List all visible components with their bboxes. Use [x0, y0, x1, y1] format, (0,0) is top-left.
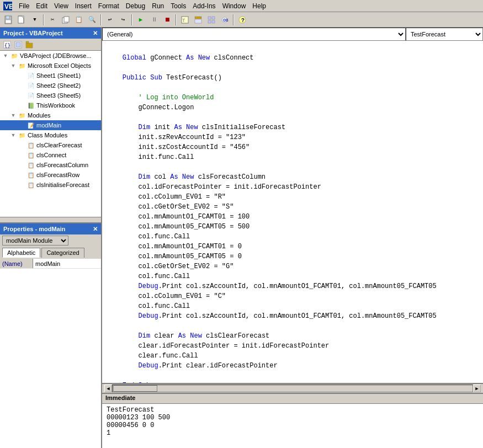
toolbar-dropdown1[interactable]: ▼ — [29, 14, 41, 26]
tree-item-cls-clear[interactable]: 📋 clsClearForecast — [0, 140, 101, 150]
tree-label-wb: ThisWorkbook — [36, 102, 75, 109]
properties-close-btn[interactable]: ✕ — [93, 226, 98, 233]
tree-item-cls-init-forecast[interactable]: 📋 clsInitialiseForecast — [0, 180, 101, 190]
immediate-line: 00000456 0 0 — [107, 422, 479, 429]
tree-label-sheet2: Sheet2 (Sheet2) — [36, 82, 81, 89]
toolbar-break[interactable]: ⏸ — [148, 14, 160, 26]
sheet-icon-2: 📄 — [26, 81, 35, 90]
code-line: Debug.Print col.szAccountId, col.mnAmoun… — [107, 281, 479, 291]
toolbar-reset[interactable]: ⏹ — [161, 14, 173, 26]
expander-cls-connect — [18, 151, 26, 159]
tree-label-cls-clear: clsClearForecast — [36, 142, 82, 148]
expander-root: ▼ — [1, 51, 10, 60]
expander-wb — [18, 101, 26, 110]
procedure-dropdown[interactable]: TestForecast — [406, 28, 483, 41]
code-line: init.szCostAccountId = "456" — [107, 142, 479, 152]
project-toggle-folders[interactable] — [24, 40, 34, 50]
code-line — [107, 83, 479, 93]
toolbar-new[interactable] — [15, 14, 28, 26]
toolbar-find[interactable]: 🔍 — [86, 14, 98, 26]
code-line: col.func.Call — [107, 271, 479, 281]
props-tabs: Alphabetic Categorized — [0, 247, 101, 259]
folder-icon-excel: 📁 — [18, 61, 26, 70]
project-title-bar: Project - VBAProject ✕ — [0, 28, 101, 39]
code-line — [107, 43, 479, 53]
toolbar-properties[interactable] — [205, 14, 217, 26]
project-view-object[interactable] — [13, 40, 23, 50]
scroll-track[interactable] — [112, 385, 473, 392]
scroll-right-btn[interactable]: ▶ — [473, 385, 481, 392]
sep1 — [43, 14, 44, 25]
general-dropdown[interactable]: (General) — [102, 28, 406, 41]
project-close-btn[interactable]: ✕ — [93, 30, 98, 37]
menu-tools[interactable]: Tools — [167, 1, 189, 11]
menu-debug[interactable]: Debug — [123, 1, 148, 11]
svg-text:OB: OB — [223, 18, 229, 23]
project-tree[interactable]: ▼ 📁 VBAProject (JDEBrowse... ▼ 📁 Microso… — [0, 51, 101, 217]
svg-text:VB: VB — [4, 3, 12, 10]
scroll-left-btn[interactable]: ◀ — [104, 385, 112, 392]
toolbar-help[interactable]: ? — [236, 14, 248, 26]
toolbar-run[interactable]: ▶ — [135, 14, 147, 26]
toolbar-undo[interactable]: ↩ — [104, 14, 116, 26]
tree-item-modules[interactable]: ▼ 📁 Modules — [0, 110, 101, 120]
workbook-icon: 📗 — [26, 101, 35, 110]
expander-modmain — [18, 121, 26, 130]
toolbar-cut[interactable]: ✂ — [46, 14, 59, 26]
tree-label-cls-init: clsInitialiseForecast — [36, 182, 89, 188]
project-h-scrollbar[interactable] — [0, 217, 101, 222]
code-line: col.cColumn_EV01 = "R" — [107, 192, 479, 202]
menu-format[interactable]: Format — [95, 1, 123, 11]
tab-alphabetic[interactable]: Alphabetic — [2, 248, 40, 258]
toolbar-project-explorer[interactable] — [192, 14, 204, 26]
svg-text:{}: {} — [4, 43, 10, 49]
tree-item-sheet2[interactable]: 📄 Sheet2 (Sheet2) — [0, 81, 101, 90]
tree-item-excel-objects[interactable]: ▼ 📁 Microsoft Excel Objects — [0, 61, 101, 71]
code-line: Dim col As New clsForecastColumn — [107, 172, 479, 182]
tab-categorized[interactable]: Categorized — [41, 248, 84, 258]
toolbar-copy[interactable] — [60, 14, 72, 26]
tree-item-class-modules[interactable]: ▼ 📁 Class Modules — [0, 130, 101, 140]
immediate-line: 1 — [107, 429, 479, 437]
menu-bar: VB File Edit View Insert Format Debug Ru… — [0, 0, 483, 12]
code-line: Debug.Print col.szAccountId, col.mnAmoun… — [107, 311, 479, 321]
toolbar-redo[interactable]: ↪ — [117, 14, 129, 26]
toolbar-paste[interactable]: 📋 — [73, 14, 85, 26]
tree-item-root[interactable]: ▼ 📁 VBAProject (JDEBrowse... — [0, 51, 101, 61]
svg-rect-13 — [195, 17, 201, 19]
toolbar-object-browser[interactable]: OB — [219, 14, 231, 26]
code-editor[interactable]: Global gConnect As New clsConnect Public… — [102, 41, 483, 383]
toolbar-save[interactable] — [2, 14, 14, 26]
sep3 — [131, 14, 132, 25]
tree-item-cls-forecast-row[interactable]: 📋 clsForecastRow — [0, 170, 101, 180]
menu-help[interactable]: Help — [249, 1, 269, 11]
menu-insert[interactable]: Insert — [72, 1, 95, 11]
menu-file[interactable]: File — [15, 1, 33, 11]
sep4 — [176, 14, 177, 25]
menu-view[interactable]: View — [51, 1, 72, 11]
svg-rect-14 — [195, 19, 201, 23]
tree-item-thisworkbook[interactable]: 📗 ThisWorkbook — [0, 100, 101, 110]
project-view-code[interactable]: {} — [2, 40, 12, 50]
menu-addins[interactable]: Add-Ins — [189, 1, 219, 11]
expander-cls-fcast-row — [18, 170, 26, 179]
props-object-dropdown[interactable]: modMain Module — [2, 236, 68, 246]
tree-item-cls-forecast-col[interactable]: 📋 clsForecastColumn — [0, 160, 101, 170]
menu-run[interactable]: Run — [148, 1, 167, 11]
toolbar-design-mode[interactable]: T — [179, 14, 191, 26]
code-line: col.cGetOrSet_EV02 = "S" — [107, 202, 479, 212]
tree-item-cls-connect[interactable]: 📋 clsConnect — [0, 150, 101, 160]
svg-rect-15 — [208, 17, 211, 19]
menu-edit[interactable]: Edit — [33, 1, 51, 11]
project-panel: Project - VBAProject ✕ {} ▼ 📁 — [0, 28, 101, 223]
tree-item-modmain[interactable]: 📝 modMain — [0, 120, 101, 130]
menu-window[interactable]: Window — [219, 1, 250, 11]
tree-item-sheet3[interactable]: 📄 Sheet3 (Sheet5) — [0, 90, 101, 100]
code-line: col.cColumn_EV01 = "C" — [107, 291, 479, 301]
tree-label-sheet3: Sheet3 (Sheet5) — [36, 92, 81, 99]
tree-item-sheet1[interactable]: 📄 Sheet1 (Sheet1) — [0, 71, 101, 81]
props-name-bar: modMain Module — [0, 234, 101, 247]
immediate-content[interactable]: TestForecast00000123 100 50000000456 0 0… — [102, 404, 483, 448]
properties-title: Properties - modMain — [3, 226, 65, 232]
tree-label-class: Class Modules — [28, 132, 67, 138]
